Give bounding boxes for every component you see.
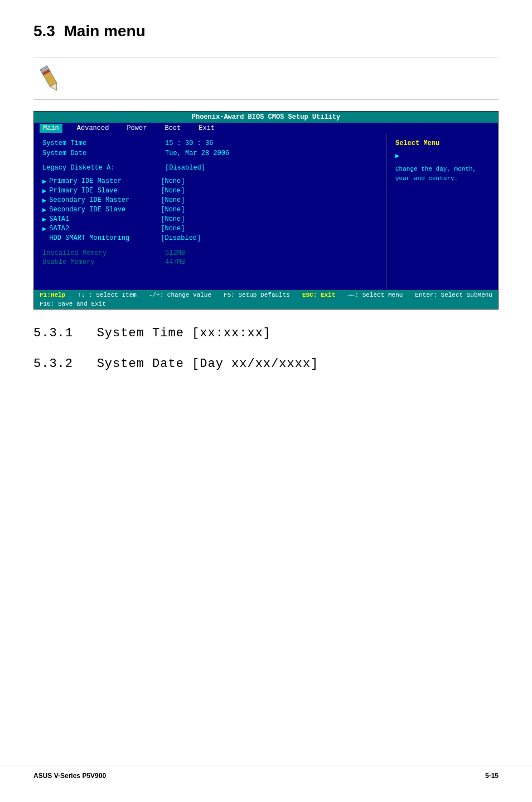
label-primary-ide-slave: Primary IDE Slave (49, 187, 161, 195)
bios-legacy-diskette-row: Legacy Diskette A: [Disabled] (42, 164, 378, 172)
subsection-5-3-2-title: 5.3.2 System Date [Day xx/xx/xxxx] (33, 357, 499, 371)
bios-footer-esc-key: ESC: Exit (302, 292, 335, 298)
pencil-icon (33, 63, 67, 94)
value-secondary-ide-slave: [None] (161, 206, 185, 214)
bios-right-select-menu: Select Menu (395, 139, 490, 147)
bios-footer-updown: ↑↓ : Select Item (78, 292, 137, 298)
page-title: 5.3 Main menu (33, 22, 499, 40)
value-usable-memory: 447MB (165, 258, 185, 266)
arrow-icon-3: ▶ (42, 196, 46, 205)
value-sata1: [None] (161, 215, 185, 224)
bios-menu-bar: Main Advanced Power Boot Exit (34, 123, 498, 134)
bios-title: Phoenix-Award BIOS CMOS Setup Utility (192, 113, 340, 121)
footer-brand: ASUS V-Series P5V900 (33, 772, 106, 780)
label-secondary-ide-slave: Secondary IDE Slave (49, 206, 161, 214)
subsection-5-3-2: 5.3.2 System Date [Day xx/xx/xxxx] (33, 357, 499, 371)
label-hdd-smart: HDD SMART Monitoring (49, 234, 161, 243)
value-sata2: [None] (161, 225, 185, 233)
bios-menu-boot[interactable]: Boot (161, 124, 184, 133)
bios-title-bar: Phoenix-Award BIOS CMOS Setup Utility (34, 112, 498, 123)
arrow-icon-2: ▶ (42, 187, 46, 195)
bios-menu-advanced[interactable]: Advanced (74, 124, 113, 133)
bios-submenu-secondary-ide-slave: ▶ Secondary IDE Slave [None] (42, 206, 378, 214)
bios-system-time-value: 15 : 30 : 36 (165, 139, 213, 147)
bios-right-panel: Select Menu ▶ Change the day, month, yea… (386, 134, 498, 290)
bios-footer-f5: F5: Setup Defaults (224, 292, 290, 298)
bios-legacy-diskette-label: Legacy Diskette A: (42, 164, 165, 172)
bios-footer-f10: F10: Save and Exit (40, 301, 106, 307)
value-primary-ide-master: [None] (161, 177, 185, 186)
value-secondary-ide-master: [None] (161, 196, 185, 205)
bios-footer-change: -/+: Change Value (149, 292, 211, 298)
bios-system-time-row: System Time 15 : 30 : 36 (42, 139, 378, 147)
bios-right-arrow-icon: ▶ (395, 152, 490, 160)
arrow-icon-1: ▶ (42, 177, 46, 186)
label-secondary-ide-master: Secondary IDE Master (49, 196, 161, 205)
value-hdd-smart: [Disabled] (161, 234, 201, 243)
bios-footer-leftright: →←: Select Menu (347, 292, 403, 298)
arrow-icon-5: ▶ (42, 215, 46, 224)
bios-system-date-row: System Date Tue, Mar 28 2006 (42, 149, 378, 157)
bios-submenu-primary-ide-master: ▶ Primary IDE Master [None] (42, 177, 378, 186)
bios-submenu-primary-ide-slave: ▶ Primary IDE Slave [None] (42, 187, 378, 195)
bios-menu-main[interactable]: Main (40, 124, 62, 133)
bios-usable-memory: Usable Memory 447MB (42, 258, 378, 266)
bios-right-description: Change the day, month, year and century. (395, 165, 490, 183)
bios-submenu-sata2: ▶ SATA2 [None] (42, 225, 378, 233)
bios-body: System Time 15 : 30 : 36 System Date Tue… (34, 134, 498, 290)
value-primary-ide-slave: [None] (161, 187, 185, 195)
bios-system-date-label: System Date (42, 149, 165, 157)
label-installed-memory: Installed Memory (42, 249, 165, 257)
bios-submenu-items: ▶ Primary IDE Master [None] ▶ Primary ID… (42, 177, 378, 243)
page-footer: ASUS V-Series P5V900 5-15 (0, 766, 532, 785)
bios-memory-section: Installed Memory 512MB Usable Memory 447… (42, 249, 378, 266)
bios-right-desc-line1: Change the day, month, (395, 166, 476, 172)
bios-legacy-diskette-value: [Disabled] (165, 164, 205, 172)
label-usable-memory: Usable Memory (42, 258, 165, 266)
label-sata1: SATA1 (49, 215, 161, 224)
value-installed-memory: 512MB (165, 249, 185, 257)
label-primary-ide-master: Primary IDE Master (49, 177, 161, 186)
subsection-5-3-1: 5.3.1 System Time [xx:xx:xx] (33, 326, 499, 340)
bios-submenu-sata1: ▶ SATA1 [None] (42, 215, 378, 224)
bios-main-panel: System Time 15 : 30 : 36 System Date Tue… (34, 134, 386, 290)
bios-footer-f1-key: F1:Help (40, 292, 65, 298)
bios-footer-f1: F1:Help (40, 292, 65, 298)
bios-footer-enter: Enter: Select SubMenu (415, 292, 492, 298)
bios-submenu-secondary-ide-master: ▶ Secondary IDE Master [None] (42, 196, 378, 205)
bios-right-desc-line2: year and century. (395, 175, 458, 182)
bios-system-time-label: System Time (42, 139, 165, 147)
bios-setup-container: Phoenix-Award BIOS CMOS Setup Utility Ma… (33, 111, 499, 310)
bios-installed-memory: Installed Memory 512MB (42, 249, 378, 257)
bios-submenu-hdd-smart: ▶ HDD SMART Monitoring [Disabled] (42, 234, 378, 243)
bios-system-date-value: Tue, Mar 28 2006 (165, 149, 229, 157)
bios-footer: F1:Help ↑↓ : Select Item -/+: Change Val… (34, 290, 498, 309)
label-sata2: SATA2 (49, 225, 161, 233)
bios-menu-power[interactable]: Power (123, 124, 150, 133)
bios-menu-exit[interactable]: Exit (195, 124, 218, 133)
logo-area (33, 57, 499, 100)
arrow-icon-4: ▶ (42, 206, 46, 214)
arrow-icon-6: ▶ (42, 225, 46, 233)
footer-page-number: 5-15 (485, 772, 499, 780)
bios-footer-esc: ESC: Exit (302, 292, 335, 298)
subsection-5-3-1-title: 5.3.1 System Time [xx:xx:xx] (33, 326, 499, 340)
